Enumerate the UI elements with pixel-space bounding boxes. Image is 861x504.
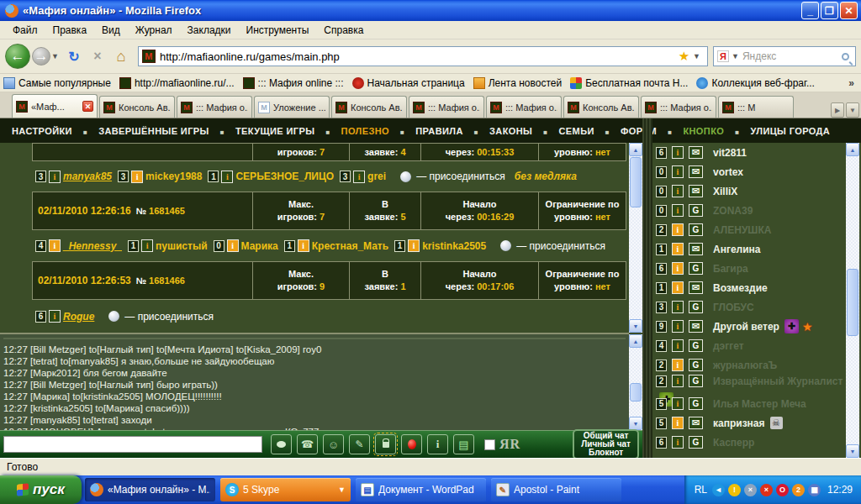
site-nav-item[interactable]: ТЕКУЩИЕ ИГРЫ: [209, 126, 315, 136]
user-mail-icon[interactable]: [689, 320, 703, 333]
player-info-icon[interactable]: [49, 239, 61, 252]
player-info-icon[interactable]: [221, 171, 233, 183]
user-info-icon[interactable]: [672, 185, 684, 197]
user-mail-icon[interactable]: [689, 436, 703, 449]
site-nav-item[interactable]: УЛИЦЫ ГОРОДА: [724, 126, 830, 136]
browser-tab[interactable]: М ::: Мафия о...: [641, 96, 716, 118]
chat-tool-icon[interactable]: [349, 434, 370, 454]
player-info-icon[interactable]: [227, 239, 239, 252]
user-name[interactable]: АЛЕНУШКА: [713, 224, 771, 236]
user-info-icon[interactable]: [672, 339, 684, 352]
user-info-icon[interactable]: [672, 146, 684, 159]
player-info-icon[interactable]: [49, 171, 61, 183]
menu-item[interactable]: Инструменты: [239, 23, 317, 38]
user-info-icon[interactable]: [672, 417, 684, 429]
bookmark-item[interactable]: Начальная страница: [352, 77, 465, 89]
user-name[interactable]: XilliX: [713, 186, 737, 197]
scroll-down-icon[interactable]: ▼: [846, 444, 859, 458]
chat-tool-icon[interactable]: [427, 434, 448, 454]
task-dropdown-icon[interactable]: ▼: [338, 486, 346, 494]
user-name[interactable]: капризная: [713, 417, 765, 429]
player-name[interactable]: grei: [367, 171, 386, 182]
url-text[interactable]: http://mafiaonline.ru/games/main.php: [160, 50, 679, 63]
history-dropdown-icon[interactable]: ▼: [51, 52, 59, 60]
menu-item[interactable]: Правка: [45, 23, 95, 38]
translit-checkbox[interactable]: [484, 439, 495, 450]
user-info-icon[interactable]: [672, 359, 684, 371]
scroll-up-icon[interactable]: ▲: [629, 334, 642, 348]
start-button[interactable]: пуск: [0, 475, 82, 504]
user-info-icon[interactable]: [672, 281, 684, 294]
chat-tool-icon[interactable]: [271, 434, 292, 454]
scrollbar-thumb[interactable]: [847, 269, 858, 336]
browser-tab[interactable]: М ::: М: [718, 96, 794, 118]
user-info-icon[interactable]: [672, 165, 684, 178]
scroll-down-icon[interactable]: ▼: [629, 319, 642, 333]
site-nav-item[interactable]: НАСТРОЙКИ: [12, 126, 72, 136]
bookmark-item[interactable]: Самые популярные: [3, 77, 111, 89]
user-name[interactable]: Возмездие: [713, 282, 768, 294]
taskbar-task[interactable]: S 5 Skype ▼: [220, 478, 351, 501]
site-nav-item[interactable]: ПОЛЕЗНО: [314, 126, 389, 136]
tray-icon[interactable]: ▦: [808, 484, 821, 496]
browser-tab[interactable]: М Уложение ...: [254, 96, 330, 118]
user-info-icon[interactable]: [672, 320, 684, 333]
chat-tool-icon[interactable]: [375, 434, 396, 454]
player-name[interactable]: kristinka2505: [422, 240, 486, 252]
user-info-icon[interactable]: [672, 436, 684, 449]
user-name[interactable]: дэггет: [713, 340, 744, 352]
site-nav-item[interactable]: СЕМЬИ: [532, 126, 594, 136]
scroll-up-icon[interactable]: ▲: [629, 143, 642, 156]
player-info-icon[interactable]: [408, 239, 420, 252]
user-name[interactable]: vit2811: [713, 147, 747, 159]
chat-tool-icon[interactable]: [297, 434, 318, 454]
player-name[interactable]: _Hennessy_: [63, 240, 122, 252]
browser-tab[interactable]: М Консоль Ав...: [331, 96, 407, 118]
taskbar-task[interactable]: ✎ Apostol - Paint: [491, 478, 621, 501]
close-button[interactable]: ✕: [840, 2, 858, 19]
tab-close-icon[interactable]: ✕: [82, 101, 93, 112]
url-dropdown-icon[interactable]: ▼: [693, 52, 700, 60]
search-engine-dropdown-icon[interactable]: ▼: [732, 52, 739, 60]
bookmarks-overflow-button[interactable]: »: [845, 77, 858, 89]
user-info-icon[interactable]: [672, 204, 684, 217]
player-info-icon[interactable]: [298, 239, 309, 252]
bookmark-star-icon[interactable]: ★: [679, 49, 689, 64]
tab-scroll-right-button[interactable]: ▶: [831, 102, 844, 118]
search-icon[interactable]: [842, 53, 849, 60]
user-name[interactable]: журналюгаЪ: [713, 360, 777, 371]
forward-button[interactable]: →: [32, 47, 50, 66]
users-scrollbar[interactable]: ▲ ▼: [846, 143, 859, 458]
user-mail-icon[interactable]: [689, 262, 703, 275]
join-game-link[interactable]: — присоединиться: [400, 171, 505, 182]
tab-list-button[interactable]: ▼: [846, 102, 859, 118]
user-mail-icon[interactable]: [689, 165, 703, 178]
menu-item[interactable]: Журнал: [128, 23, 180, 38]
tray-icon[interactable]: ×: [744, 484, 757, 496]
menu-item[interactable]: Вид: [94, 23, 128, 38]
user-mail-icon[interactable]: [689, 375, 703, 387]
player-name[interactable]: mickey1988: [145, 171, 202, 182]
user-mail-icon[interactable]: [689, 339, 703, 352]
menu-item[interactable]: Справка: [316, 23, 371, 38]
user-mail-icon[interactable]: [689, 397, 703, 410]
address-bar[interactable]: М http://mafiaonline.ru/games/main.php ★…: [138, 46, 708, 66]
restore-button[interactable]: ❐: [821, 2, 838, 19]
bookmark-item[interactable]: Лента новостей: [473, 77, 563, 89]
chat-tool-icon[interactable]: [453, 434, 474, 454]
user-mail-icon[interactable]: [689, 281, 703, 294]
user-info-icon[interactable]: [672, 397, 684, 410]
search-bar[interactable]: Я ▼ Яндекс: [713, 46, 856, 66]
browser-tab[interactable]: М «Маф... ✕: [12, 94, 98, 118]
chat-scrollbar[interactable]: ▲ ▼: [629, 334, 642, 430]
tray-icon[interactable]: ×: [760, 484, 773, 496]
user-mail-icon[interactable]: [689, 301, 703, 313]
player-name[interactable]: СЕРЬЕЗНОЕ_ЛИЦО: [235, 171, 334, 182]
minimize-button[interactable]: _: [801, 2, 819, 19]
chat-tool-icon[interactable]: [401, 434, 422, 454]
scrollbar-thumb[interactable]: [630, 383, 642, 402]
back-button[interactable]: ←: [5, 44, 30, 69]
bookmark-item[interactable]: Коллекция веб-фраг...: [696, 77, 815, 89]
user-name[interactable]: vortex: [713, 166, 743, 178]
user-info-icon[interactable]: [672, 223, 684, 236]
